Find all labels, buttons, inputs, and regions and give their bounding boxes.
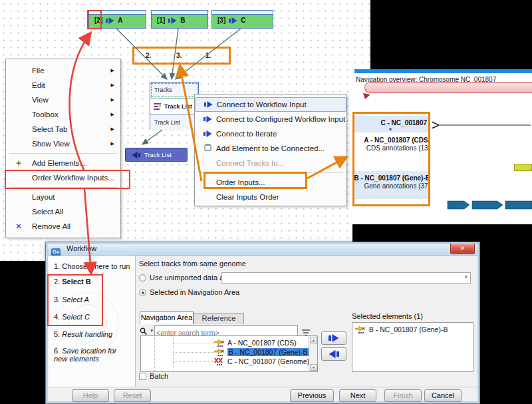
annotation-track-icon (355, 325, 365, 333)
wizard-step-1: 1. Choose where to run (54, 262, 130, 270)
workflow-node-b[interactable]: [1] B (151, 10, 208, 29)
add-plus-icon: + (11, 156, 26, 170)
menu-item-connect-workflow-input[interactable]: Connect to Workflow Input (195, 97, 346, 112)
node-label: B (180, 17, 185, 24)
menu-item-connect-to-iterate[interactable]: Connect to Iterate (195, 126, 346, 141)
tree-guide-stub (173, 343, 214, 343)
submenu-arrow-icon: ▶ (111, 78, 114, 93)
highlight-box-node-a-prefix (87, 10, 102, 29)
submenu-arrow-icon: ▶ (337, 156, 340, 170)
tab-reference-data[interactable]: Reference Data (194, 313, 244, 324)
menu-item-remove-all[interactable]: ✕Remove All (6, 219, 120, 234)
help-button[interactable]: Help (72, 389, 109, 402)
menu-item-add-elements[interactable]: +Add Elements... (6, 156, 120, 170)
next-button[interactable]: Next (339, 389, 376, 402)
result-box-label: Track List (144, 151, 172, 158)
finish-button[interactable]: Finish (384, 389, 422, 402)
order-number: 1. (205, 52, 211, 59)
scroll-down-button[interactable]: ▼ (310, 364, 317, 371)
selected-elements-list[interactable]: B - NC_001807 (Gene)-B (352, 322, 473, 372)
tree-guide-line (154, 337, 155, 371)
chromosome-bar[interactable] (364, 82, 532, 93)
track-list-result-box[interactable]: Track List (125, 148, 188, 162)
menu-item-layout[interactable]: Layout (6, 190, 120, 204)
navigation-tree[interactable]: A - NC_001807 (CDS) B - NC_001807 (Gene)… (140, 335, 318, 372)
menu-item-show-view[interactable]: Show View▶ (6, 136, 120, 151)
reset-button[interactable]: Reset (114, 389, 151, 402)
connect-arrow-icon (200, 112, 215, 126)
tree-item-b-selected[interactable]: B - NC_001807 (Gene)-B (214, 347, 309, 357)
submenu-arrow-icon: ▶ (111, 63, 114, 78)
menu-item-file[interactable]: File▶ (6, 63, 120, 78)
order-number: 3. (176, 52, 182, 59)
annotation-track-icon (214, 348, 224, 356)
dialog-button-separator (49, 387, 478, 387)
highlight-box-order-inputs (203, 172, 307, 189)
radio-unimported-data[interactable] (139, 274, 146, 282)
close-button[interactable]: ✕ (450, 244, 475, 254)
search-icon (140, 327, 148, 335)
batch-checkbox[interactable] (139, 373, 146, 380)
search-magnifier[interactable]: ▾ (140, 326, 153, 336)
previous-button[interactable]: Previous (290, 389, 334, 402)
workflow-output-icon (132, 152, 140, 158)
yellow-annotation-bar (514, 164, 532, 171)
cancel-button[interactable]: Cancel (424, 389, 462, 402)
menu-item-edit[interactable]: Edit▶ (6, 78, 120, 93)
track-list-node-title[interactable]: Track List (150, 98, 198, 115)
node-order-prefix: [3] (217, 17, 225, 24)
workflow-wizard-dialog: Gx Workflow ✕ 1. Choose where to run 2. … (45, 242, 480, 404)
tree-item-c[interactable]: C - NC_001807 (Genome)-C (214, 357, 317, 366)
tree-guide-stub (173, 352, 214, 353)
remove-from-selected-button[interactable] (321, 347, 346, 361)
submenu-arrow-icon: ▶ (111, 136, 114, 151)
menu-item-toolbox[interactable]: Toolbox▶ (6, 107, 120, 122)
wizard-step-5: 5. Result handling (54, 330, 112, 338)
track-list-output-port[interactable]: Track List (150, 115, 198, 130)
track-list-input-port[interactable]: Tracks (150, 83, 198, 98)
workflow-input-icon (229, 17, 237, 24)
menu-item-select-tab[interactable]: Select Tab▶ (6, 122, 120, 136)
menu-item-add-element-connected[interactable]: Add Element to be Connected... (195, 141, 346, 156)
black-region-bottom-left (0, 261, 45, 404)
node-label: A (118, 17, 122, 24)
menu-item-select-all[interactable]: Select All (6, 204, 120, 219)
workflow-context-menu: File▶ Edit▶ View▶ Toolbox▶ Select Tab▶ S… (5, 59, 121, 238)
node-label: C (241, 17, 245, 24)
arrow-left-icon (329, 350, 339, 358)
menu-item-connect-tracks-to: Connect Tracks to...▶ (195, 156, 346, 170)
tree-item-a[interactable]: A - NC_001807 (CDS) (214, 338, 297, 347)
workflow-node-c[interactable]: [3] C (211, 10, 273, 29)
close-icon: ✕ (460, 245, 466, 252)
submenu-arrow-icon: ▶ (111, 107, 114, 122)
dialog-title: Workflow (66, 244, 96, 252)
workflow-input-icon (106, 17, 114, 24)
scroll-up-button[interactable]: ▲ (310, 337, 317, 343)
annotation-track-icon (214, 339, 224, 347)
wizard-step-6: 6. Save location for new elements (54, 347, 127, 363)
selected-elements-header: Selected elements (1) (352, 312, 423, 320)
tree-guide-stub (173, 361, 214, 362)
tab-navigation-area[interactable]: Navigation Area (140, 311, 194, 324)
black-region-top-right (370, 0, 532, 69)
radio-navigation-label: Selected in Navigation Area (150, 288, 239, 296)
highlight-box-track-names (352, 112, 430, 206)
connect-arrow-icon (201, 98, 215, 111)
chevron-down-icon: ▾ (150, 328, 153, 333)
add-to-selected-button[interactable] (321, 331, 346, 345)
track-list-node[interactable]: Tracks Track List Track List (150, 82, 199, 130)
order-numbers-highlight-box: 2. 3. 1. (132, 47, 231, 65)
track-list-title-label: Track List (164, 103, 192, 110)
radio-navigation-area[interactable] (139, 289, 146, 296)
unimported-data-combobox[interactable]: ▾ (221, 272, 471, 284)
dialog-title-bar[interactable]: Gx Workflow (48, 244, 477, 256)
selected-item-b[interactable]: B - NC_001807 (Gene)-B (355, 325, 448, 334)
genome-track-icon (214, 357, 224, 365)
menu-item-view[interactable]: View▶ (6, 93, 120, 107)
tree-scrollbar[interactable]: ▲ ▼ (309, 336, 317, 371)
connect-context-menu: Connect to Workflow Input Connect to Con… (194, 94, 347, 206)
gene-annotation-arrows (446, 200, 532, 210)
menu-item-clear-inputs-order[interactable]: Clear Inputs Order (195, 190, 346, 204)
scroll-down-icon: ▼ (312, 365, 315, 369)
menu-item-connect-configured-input[interactable]: Connect to Configured Workflow Input (195, 112, 346, 126)
